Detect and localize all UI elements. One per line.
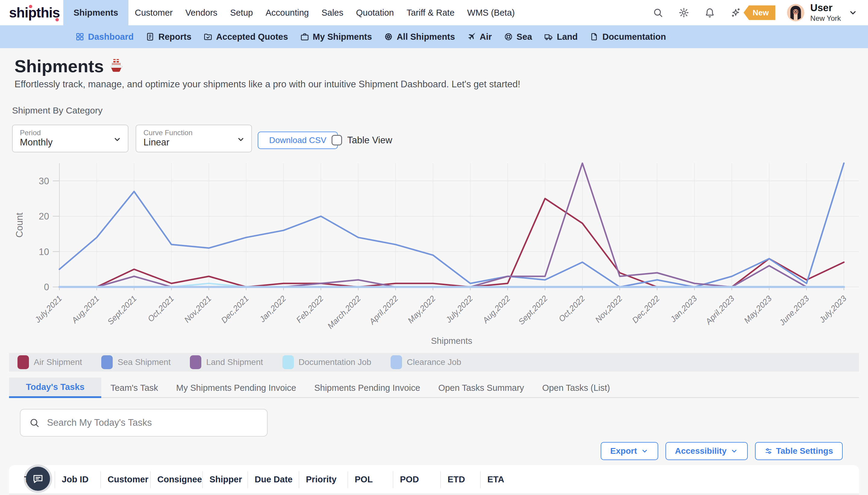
search-icon xyxy=(29,417,40,428)
avatar[interactable] xyxy=(787,4,804,21)
tab-open-tasks-summary[interactable]: Open Tasks Summary xyxy=(429,378,533,398)
top-nav-item-vendors[interactable]: Vendors xyxy=(179,0,224,25)
export-button[interactable]: Export xyxy=(601,442,658,460)
column-header-due-date[interactable]: Due Date xyxy=(248,471,299,488)
top-nav-item-accounting[interactable]: Accounting xyxy=(259,0,315,25)
svg-text:May,2023: May,2023 xyxy=(742,294,774,325)
column-header-consignee[interactable]: Consignee xyxy=(151,471,203,488)
chat-widget-button[interactable] xyxy=(26,467,50,491)
sparkles-icon[interactable] xyxy=(730,7,741,18)
sub-nav-label: Air xyxy=(480,32,492,42)
sub-nav-item-land[interactable]: Land xyxy=(544,32,577,42)
column-header-pod[interactable]: POD xyxy=(393,471,441,488)
top-nav-item-sales[interactable]: Sales xyxy=(315,0,350,25)
period-select[interactable]: Period Monthly xyxy=(12,125,128,152)
column-header-eta[interactable]: ETA xyxy=(481,471,523,488)
legend-label: Air Shipment xyxy=(34,357,82,367)
column-header-customer[interactable]: Customer xyxy=(101,471,151,488)
top-nav-item-tariff-rate[interactable]: Tariff & Rate xyxy=(400,0,461,25)
page-subtitle: Effortlessly track, manage, and optimize… xyxy=(15,79,520,90)
svg-text:April,2022: April,2022 xyxy=(367,294,400,327)
table-settings-button[interactable]: Table Settings xyxy=(755,442,843,460)
user-name: User xyxy=(810,3,841,13)
legend-item-documentation-job[interactable]: Documentation Job xyxy=(282,355,371,369)
logo-text: shipthis xyxy=(9,4,60,21)
table-header-row: TaskJob IDCustomerConsigneeShipperDue Da… xyxy=(9,465,859,494)
export-label: Export xyxy=(610,446,637,456)
wheel-icon xyxy=(384,32,393,41)
svg-text:Oct,2021: Oct,2021 xyxy=(146,294,176,324)
sub-nav-item-documentation[interactable]: Documentation xyxy=(590,32,666,42)
legend-item-clearance-job[interactable]: Clearance Job xyxy=(391,355,461,369)
legend-item-land-shipment[interactable]: Land Shipment xyxy=(190,355,263,369)
top-nav-item-quotation[interactable]: Quotation xyxy=(349,0,400,25)
table-view-checkbox[interactable] xyxy=(331,135,342,146)
new-badge[interactable]: New xyxy=(743,5,775,20)
sub-nav-item-my-shipments[interactable]: My Shipments xyxy=(300,32,372,42)
legend-swatch xyxy=(101,355,113,369)
bell-icon[interactable] xyxy=(704,7,715,18)
gear-icon[interactable] xyxy=(678,7,689,18)
top-nav-right: New User New York xyxy=(653,0,868,25)
top-nav-item-customer[interactable]: Customer xyxy=(128,0,179,25)
legend-label: Sea Shipment xyxy=(117,357,170,367)
svg-text:April,2023: April,2023 xyxy=(703,294,736,327)
svg-text:Dec,2021: Dec,2021 xyxy=(219,294,250,325)
sub-nav-item-air[interactable]: Air xyxy=(467,32,492,42)
search-icon[interactable] xyxy=(653,7,664,18)
sub-nav-item-dashboard[interactable]: Dashboard xyxy=(75,32,133,42)
svg-text:March,2022: March,2022 xyxy=(326,294,363,330)
top-navbar: shipthis ShipmentsCustomerVendorsSetupAc… xyxy=(0,0,868,25)
curve-function-select[interactable]: Curve Function Linear xyxy=(136,125,252,152)
section-title: Shipment By Category xyxy=(12,105,102,116)
tasks-table: TaskJob IDCustomerConsigneeShipperDue Da… xyxy=(9,465,859,495)
legend-swatch xyxy=(17,355,29,369)
column-header-shipper[interactable]: Shipper xyxy=(203,471,248,488)
dashboard-icon xyxy=(75,32,84,41)
table-view-label: Table View xyxy=(347,135,392,146)
search-input[interactable] xyxy=(46,417,259,428)
shipments-dashboard: shipthis ShipmentsCustomerVendorsSetupAc… xyxy=(0,0,868,495)
search-box[interactable] xyxy=(20,409,268,437)
svg-text:Jan,2022: Jan,2022 xyxy=(257,294,288,324)
legend-swatch xyxy=(282,355,294,369)
lifebuoy-icon xyxy=(504,32,513,41)
sub-nav-item-reports[interactable]: Reports xyxy=(146,32,191,42)
svg-text:Jan,2023: Jan,2023 xyxy=(669,294,699,324)
chevron-down-icon[interactable] xyxy=(848,8,858,17)
top-nav-item-wms-beta[interactable]: WMS (Beta) xyxy=(461,0,521,25)
sub-nav-item-accepted-quotes[interactable]: Accepted Quotes xyxy=(203,32,288,42)
period-label: Period xyxy=(20,129,120,137)
legend-swatch xyxy=(391,355,402,369)
column-header-pol[interactable]: POL xyxy=(348,471,393,488)
legend-item-air-shipment[interactable]: Air Shipment xyxy=(17,355,82,369)
sub-nav-item-sea[interactable]: Sea xyxy=(504,32,532,42)
svg-text:Feb,2022: Feb,2022 xyxy=(294,294,325,325)
report-icon xyxy=(146,32,154,41)
top-nav-item-setup[interactable]: Setup xyxy=(224,0,259,25)
sub-nav-item-all-shipments[interactable]: All Shipments xyxy=(384,32,455,42)
legend-swatch xyxy=(190,355,201,369)
shipments-line-chart[interactable]: 0102030July,2021Aug,2021Sept,2021Oct,202… xyxy=(0,157,868,353)
shipthis-logo[interactable]: shipthis xyxy=(0,0,63,25)
column-header-priority[interactable]: Priority xyxy=(299,471,348,488)
chevron-down-icon xyxy=(730,447,738,455)
download-csv-button[interactable]: Download CSV xyxy=(258,132,338,149)
accessibility-button[interactable]: Accessibility xyxy=(666,442,748,460)
tab-open-tasks-list[interactable]: Open Tasks (List) xyxy=(533,378,619,398)
svg-text:Nov,2022: Nov,2022 xyxy=(593,294,624,325)
user-menu[interactable]: User New York xyxy=(810,3,841,22)
column-header-job-id[interactable]: Job ID xyxy=(55,471,101,488)
column-header-etd[interactable]: ETD xyxy=(441,471,481,488)
tab-shipments-pending-invoice[interactable]: Shipments Pending Invoice xyxy=(305,378,429,398)
chevron-down-icon xyxy=(236,135,245,144)
tab-team-s-task[interactable]: Team's Task xyxy=(101,378,167,398)
top-nav-item-shipments[interactable]: Shipments xyxy=(63,0,128,25)
tab-my-shipments-pending-invoice[interactable]: My Shipments Pending Invoice xyxy=(167,378,305,398)
legend-label: Clearance Job xyxy=(407,357,461,367)
legend-item-sea-shipment[interactable]: Sea Shipment xyxy=(101,355,170,369)
tab-today-s-tasks[interactable]: Today's Tasks xyxy=(9,378,101,398)
svg-text:Count: Count xyxy=(14,212,25,238)
sub-nav-label: Accepted Quotes xyxy=(216,32,288,42)
legend-label: Documentation Job xyxy=(299,357,371,367)
